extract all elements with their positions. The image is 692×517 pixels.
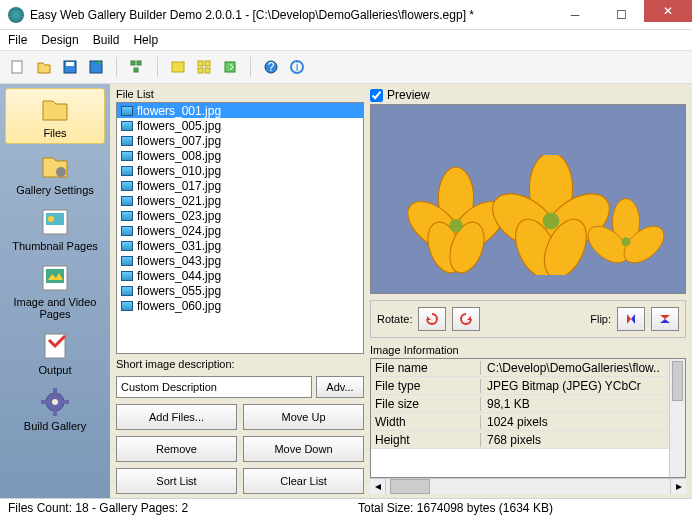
close-button[interactable]: ✕: [644, 0, 692, 22]
adv-button[interactable]: Adv...: [316, 376, 364, 398]
file-list-item[interactable]: flowers_010.jpg: [117, 163, 363, 178]
sidebar-item-thumbnail-pages[interactable]: Thumbnail Pages: [5, 202, 105, 256]
file-list-item[interactable]: flowers_060.jpg: [117, 298, 363, 313]
output-icon: [39, 330, 71, 362]
file-list-item[interactable]: flowers_001.jpg: [117, 103, 363, 118]
file-name: flowers_024.jpg: [137, 224, 221, 238]
info-key: File type: [371, 379, 481, 393]
preview-checkbox-input[interactable]: [370, 89, 383, 102]
sidebar-item-gallery-settings[interactable]: Gallery Settings: [5, 146, 105, 200]
file-icon: [121, 166, 133, 176]
svg-point-25: [52, 399, 58, 405]
info-scrollbar-vertical[interactable]: [669, 359, 685, 477]
open-icon[interactable]: [34, 57, 54, 77]
svg-rect-4: [131, 61, 135, 65]
svg-rect-7: [172, 62, 184, 72]
flip-label: Flip:: [590, 313, 611, 325]
image-info-label: Image Information: [370, 344, 686, 356]
flip-horizontal-button[interactable]: [617, 307, 645, 331]
file-list[interactable]: flowers_001.jpgflowers_005.jpgflowers_00…: [116, 102, 364, 354]
maximize-button[interactable]: ☐: [598, 4, 644, 26]
info-row: File size98,1 KB: [371, 395, 685, 413]
file-list-item[interactable]: flowers_024.jpg: [117, 223, 363, 238]
file-icon: [121, 211, 133, 221]
help-icon[interactable]: ?: [261, 57, 281, 77]
file-icon: [121, 136, 133, 146]
svg-rect-28: [41, 400, 47, 404]
svg-point-45: [622, 237, 631, 246]
svg-rect-9: [205, 61, 210, 66]
file-list-item[interactable]: flowers_044.jpg: [117, 268, 363, 283]
svg-rect-27: [53, 410, 57, 416]
info-value: C:\Develop\DemoGalleries\flow..: [481, 361, 685, 375]
grid-view-icon[interactable]: [194, 57, 214, 77]
thumbnail-icon: [39, 206, 71, 238]
svg-rect-6: [134, 68, 138, 72]
remove-button[interactable]: Remove: [116, 436, 237, 462]
file-icon: [121, 106, 133, 116]
rotate-right-button[interactable]: [452, 307, 480, 331]
file-list-item[interactable]: flowers_055.jpg: [117, 283, 363, 298]
info-value: 768 pixels: [481, 433, 685, 447]
file-name: flowers_008.jpg: [137, 149, 221, 163]
menu-file[interactable]: File: [8, 33, 27, 47]
menu-help[interactable]: Help: [133, 33, 158, 47]
sort-list-button[interactable]: Sort List: [116, 468, 237, 494]
window-title: Easy Web Gallery Builder Demo 2.0.0.1 - …: [30, 8, 552, 22]
sidebar: Files Gallery Settings Thumbnail Pages I…: [0, 84, 110, 498]
file-list-item[interactable]: flowers_023.jpg: [117, 208, 363, 223]
file-name: flowers_005.jpg: [137, 119, 221, 133]
info-scrollbar-horizontal[interactable]: ◂▸: [370, 478, 686, 494]
save-icon[interactable]: [60, 57, 80, 77]
save-as-icon[interactable]: [86, 57, 106, 77]
svg-point-17: [56, 167, 66, 177]
file-icon: [121, 241, 133, 251]
file-list-item[interactable]: flowers_043.jpg: [117, 253, 363, 268]
file-name: flowers_007.jpg: [137, 134, 221, 148]
rotate-label: Rotate:: [377, 313, 412, 325]
description-input[interactable]: [116, 376, 312, 398]
preview-checkbox[interactable]: Preview: [370, 88, 686, 102]
minimize-button[interactable]: ─: [552, 4, 598, 26]
rotate-left-button[interactable]: [418, 307, 446, 331]
file-name: flowers_001.jpg: [137, 104, 221, 118]
sidebar-item-build-gallery[interactable]: Build Gallery: [5, 382, 105, 436]
about-icon[interactable]: i: [287, 57, 307, 77]
svg-rect-29: [63, 400, 69, 404]
move-down-button[interactable]: Move Down: [243, 436, 364, 462]
status-bar: Files Count: 18 - Gallery Pages: 2 Total…: [0, 498, 692, 517]
file-list-item[interactable]: flowers_031.jpg: [117, 238, 363, 253]
sidebar-item-output[interactable]: Output: [5, 326, 105, 380]
menu-design[interactable]: Design: [41, 33, 78, 47]
info-key: File size: [371, 397, 481, 411]
flip-vertical-button[interactable]: [651, 307, 679, 331]
file-list-item[interactable]: flowers_005.jpg: [117, 118, 363, 133]
file-icon: [121, 286, 133, 296]
file-list-item[interactable]: flowers_017.jpg: [117, 178, 363, 193]
file-name: flowers_023.jpg: [137, 209, 221, 223]
title-bar: Easy Web Gallery Builder Demo 2.0.0.1 - …: [0, 0, 692, 30]
tree-icon[interactable]: [127, 57, 147, 77]
single-view-icon[interactable]: [168, 57, 188, 77]
add-files-button[interactable]: Add Files...: [116, 404, 237, 430]
sidebar-item-files[interactable]: Files: [5, 88, 105, 144]
menu-build[interactable]: Build: [93, 33, 120, 47]
file-icon: [121, 121, 133, 131]
sidebar-item-label: Thumbnail Pages: [12, 240, 98, 252]
info-key: File name: [371, 361, 481, 375]
sidebar-item-image-video-pages[interactable]: Image and Video Pages: [5, 258, 105, 324]
info-row: Width1024 pixels: [371, 413, 685, 431]
refresh-icon[interactable]: [220, 57, 240, 77]
move-up-button[interactable]: Move Up: [243, 404, 364, 430]
file-list-item[interactable]: flowers_008.jpg: [117, 148, 363, 163]
svg-text:?: ?: [268, 60, 275, 74]
svg-point-20: [48, 216, 54, 222]
image-video-icon: [39, 262, 71, 294]
clear-list-button[interactable]: Clear List: [243, 468, 364, 494]
file-list-item[interactable]: flowers_021.jpg: [117, 193, 363, 208]
file-name: flowers_043.jpg: [137, 254, 221, 268]
status-files-count: Files Count: 18 - Gallery Pages: 2: [8, 501, 188, 515]
file-list-item[interactable]: flowers_007.jpg: [117, 133, 363, 148]
new-icon[interactable]: [8, 57, 28, 77]
svg-rect-11: [205, 68, 210, 73]
